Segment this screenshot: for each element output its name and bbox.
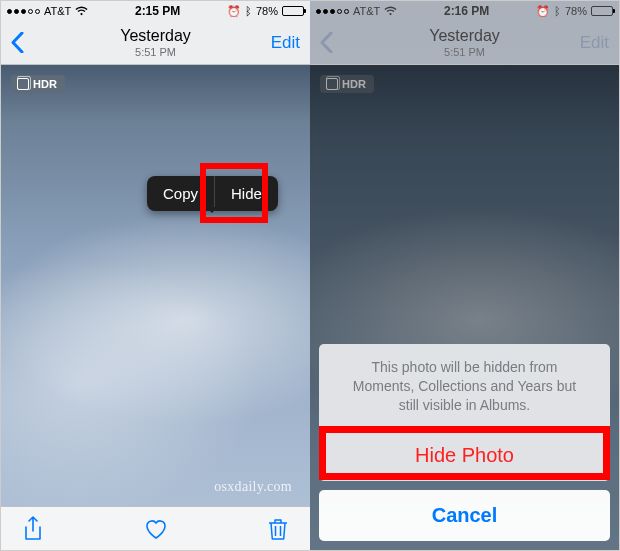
status-left: AT&T	[316, 5, 397, 17]
nav-title-group: Yesterday 5:51 PM	[360, 26, 569, 58]
status-time: 2:16 PM	[444, 4, 489, 18]
status-right: ⏰ ᛒ 78%	[536, 5, 613, 18]
context-menu: Copy Hide	[147, 176, 278, 211]
heart-icon	[144, 518, 168, 540]
signal-dots-icon	[316, 9, 349, 14]
bottom-toolbar	[1, 506, 310, 550]
left-phone: AT&T 2:15 PM ⏰ ᛒ 78% Yesterday 5:51 PM E…	[1, 1, 310, 550]
alarm-icon: ⏰	[536, 5, 550, 18]
alarm-icon: ⏰	[227, 5, 241, 18]
hdr-badge: HDR	[11, 75, 65, 93]
favorite-button[interactable]	[144, 518, 168, 540]
nav-title: Yesterday	[51, 26, 260, 45]
nav-subtitle: 5:51 PM	[51, 46, 260, 59]
nav-title-group: Yesterday 5:51 PM	[51, 26, 260, 58]
nav-bar: Yesterday 5:51 PM Edit	[310, 21, 619, 65]
copy-menu-item[interactable]: Copy	[147, 176, 215, 211]
nav-title: Yesterday	[360, 26, 569, 45]
bluetooth-icon: ᛒ	[554, 5, 561, 17]
battery-icon	[591, 6, 613, 16]
hdr-label: HDR	[33, 78, 57, 90]
chevron-left-icon	[320, 32, 333, 53]
hide-menu-item[interactable]: Hide	[215, 176, 278, 211]
share-icon	[23, 516, 43, 542]
status-time: 2:15 PM	[135, 4, 180, 18]
hdr-icon	[17, 78, 29, 90]
share-button[interactable]	[23, 516, 43, 542]
sheet-message: This photo will be hidden from Moments, …	[319, 344, 610, 430]
wifi-icon	[75, 6, 88, 16]
right-phone: AT&T 2:16 PM ⏰ ᛒ 78% Yesterday 5:51 PM E…	[310, 1, 619, 550]
action-sheet: This photo will be hidden from Moments, …	[310, 344, 619, 550]
wifi-icon	[384, 6, 397, 16]
status-left: AT&T	[7, 5, 88, 17]
nav-subtitle: 5:51 PM	[360, 46, 569, 59]
watermark: osxdaily.com	[214, 479, 292, 495]
back-button[interactable]	[320, 32, 360, 53]
sheet-group: This photo will be hidden from Moments, …	[319, 344, 610, 481]
cancel-button[interactable]: Cancel	[319, 490, 610, 541]
nav-bar: Yesterday 5:51 PM Edit	[1, 21, 310, 65]
status-bar: AT&T 2:16 PM ⏰ ᛒ 78%	[310, 1, 619, 21]
battery-pct: 78%	[565, 5, 587, 17]
bluetooth-icon: ᛒ	[245, 5, 252, 17]
carrier-label: AT&T	[353, 5, 380, 17]
trash-button[interactable]	[268, 517, 288, 541]
hide-photo-button[interactable]: Hide Photo	[319, 430, 610, 481]
trash-icon	[268, 517, 288, 541]
carrier-label: AT&T	[44, 5, 71, 17]
back-button[interactable]	[11, 32, 51, 53]
battery-icon	[282, 6, 304, 16]
status-bar: AT&T 2:15 PM ⏰ ᛒ 78%	[1, 1, 310, 21]
chevron-left-icon	[11, 32, 24, 53]
battery-pct: 78%	[256, 5, 278, 17]
screenshot-pair: AT&T 2:15 PM ⏰ ᛒ 78% Yesterday 5:51 PM E…	[0, 0, 620, 551]
edit-button[interactable]: Edit	[569, 33, 609, 53]
signal-dots-icon	[7, 9, 40, 14]
status-right: ⏰ ᛒ 78%	[227, 5, 304, 18]
edit-button[interactable]: Edit	[260, 33, 300, 53]
